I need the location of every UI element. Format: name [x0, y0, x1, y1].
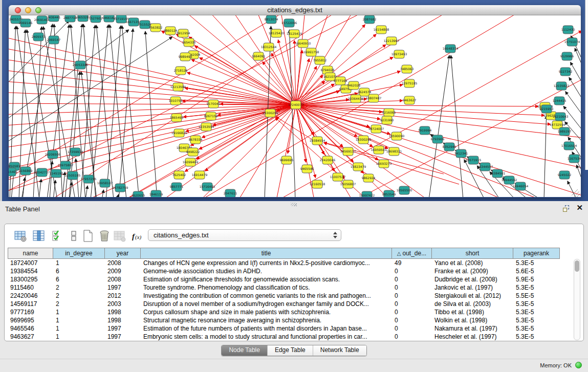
graph-node[interactable]: 10973493	[391, 50, 407, 58]
graph-node[interactable]: 1010755	[169, 97, 183, 105]
graph-node[interactable]: 2069146	[19, 19, 33, 27]
graph-node[interactable]: 10975887	[58, 161, 74, 169]
table-row[interactable]: 1872400712008Changes of HCN gene express…	[8, 259, 560, 267]
graph-node[interactable]: 7625402	[172, 171, 186, 179]
graph-node[interactable]: 7563822	[149, 24, 163, 32]
table-row[interactable]: 1456911722003Disruption of a novel membe…	[8, 300, 560, 308]
graph-node[interactable]: 9860124	[164, 27, 178, 35]
graph-node[interactable]: 18312544	[261, 43, 277, 51]
table-row[interactable]: 969969511998Structural magnetic resonanc…	[8, 316, 560, 324]
network-canvas[interactable]: 2405572206914620691406243644124877191065…	[9, 15, 581, 197]
table-scrollbar[interactable]	[574, 259, 580, 340]
table-select-dropdown[interactable]: citations_edges.txt	[148, 229, 341, 241]
graph-node[interactable]: 18698331	[386, 147, 402, 156]
graph-node[interactable]: 16693273	[376, 160, 392, 168]
graph-node[interactable]: 7955812	[313, 56, 327, 64]
graph-node[interactable]: 9862924	[362, 174, 376, 182]
graph-node[interactable]: 5912954	[177, 29, 190, 37]
graph-node[interactable]: 1846119	[149, 190, 163, 197]
graph-node[interactable]: 7919994	[418, 126, 432, 135]
column-header-out_de[interactable]: △out_de...	[392, 248, 432, 259]
graph-node[interactable]: 8352945	[443, 143, 456, 151]
graph-node[interactable]: 1865493	[170, 114, 184, 122]
column-header-in_degree[interactable]: in_degree	[53, 248, 105, 259]
graph-node[interactable]: 15716485	[200, 183, 215, 191]
graph-node[interactable]: 10565500	[397, 186, 412, 194]
graph-node[interactable]: 8678334	[189, 136, 203, 144]
tab-node-table[interactable]: Node Table	[222, 345, 267, 356]
graph-node[interactable]: 18125419	[287, 30, 302, 38]
graph-node[interactable]: 2405573	[32, 33, 46, 41]
graph-node[interactable]: 1156869	[19, 167, 33, 175]
graph-node[interactable]: 6793906	[431, 135, 445, 143]
graph-node[interactable]: 1167534	[568, 155, 581, 163]
float-panel-icon[interactable]	[562, 205, 571, 213]
graph-node[interactable]: 1527602	[89, 15, 103, 23]
column-header-year[interactable]: year	[105, 248, 141, 259]
graph-node[interactable]: 14997422	[359, 191, 375, 197]
graph-node[interactable]: 9231990	[380, 116, 394, 124]
graph-node[interactable]: 2047611	[224, 189, 237, 197]
graph-node[interactable]: 12213589	[170, 83, 186, 91]
graph-node[interactable]: 9129966	[560, 52, 574, 60]
graph-node[interactable]: 2436441	[47, 15, 61, 21]
show-columns-icon[interactable]	[32, 229, 46, 243]
graph-node[interactable]: 7462026	[347, 81, 361, 90]
table-row[interactable]: 946554611997Estimation of the future num…	[8, 324, 560, 333]
graph-node[interactable]: 22420046	[320, 156, 336, 164]
graph-node[interactable]: 8267150	[204, 112, 218, 120]
graph-node[interactable]: 1112430	[561, 26, 575, 34]
graph-node[interactable]: 15823479	[351, 163, 366, 171]
graph-node[interactable]: 9857771	[170, 183, 184, 191]
graph-node[interactable]: 2087682	[363, 15, 377, 24]
graph-node[interactable]: 9699695	[280, 156, 294, 164]
graph-node[interactable]: 12975185	[402, 79, 418, 87]
graph-node[interactable]: 2718126	[174, 67, 188, 75]
graph-node[interactable]: 9170041	[207, 100, 221, 108]
network-window-titlebar[interactable]: citations_edges.txt	[9, 5, 581, 15]
graph-node[interactable]: 1654335	[182, 38, 196, 47]
graph-node[interactable]: 9245022	[558, 171, 572, 179]
table-row[interactable]: 1830029562008Estimation of significance …	[8, 275, 560, 283]
graph-node[interactable]: 8215953	[540, 105, 554, 113]
graph-node[interactable]: 6216065	[382, 108, 396, 117]
graph-node[interactable]: 8813074	[265, 15, 278, 24]
tab-network-table[interactable]: Network Table	[313, 345, 366, 356]
graph-node[interactable]: 16640910	[295, 39, 311, 48]
function-builder-icon[interactable]: f (x)	[130, 229, 144, 243]
graph-node[interactable]: 16154808	[374, 26, 389, 34]
graph-node[interactable]: 16782759	[113, 184, 128, 192]
graph-node[interactable]: 15722096	[281, 19, 297, 27]
toggle-panel-icon[interactable]	[67, 229, 80, 243]
graph-node[interactable]: 9463627	[403, 96, 417, 104]
graph-node[interactable]: 2069147	[47, 36, 61, 44]
new-column-icon[interactable]	[81, 229, 95, 243]
graph-node[interactable]: 12213967	[384, 37, 400, 45]
tab-edge-table[interactable]: Edge Table	[267, 345, 313, 356]
graph-node[interactable]: 18300295	[356, 136, 372, 144]
graph-node[interactable]: 19166825	[171, 129, 187, 137]
table-mode-icon[interactable]	[14, 229, 27, 243]
graph-node[interactable]: 1989297	[558, 127, 572, 136]
column-header-title[interactable]: title	[141, 248, 392, 259]
select-rows-icon[interactable]	[51, 229, 64, 243]
close-window-icon[interactable]	[15, 7, 21, 13]
table-row[interactable]: 977716911998Corpus callosum shape and si…	[8, 308, 560, 316]
graph-node[interactable]: 15056807	[340, 180, 356, 188]
graph-node[interactable]: 9989493	[179, 53, 192, 61]
table-row[interactable]: 911546021997Tourette syndrome. Phenomeno…	[8, 283, 560, 292]
graph-node[interactable]: 2620655	[132, 191, 145, 197]
graph-node[interactable]: 9227342	[559, 68, 573, 76]
graph-node[interactable]: 1244415	[553, 97, 567, 105]
graph-node[interactable]: 16961758	[303, 48, 319, 56]
graph-node[interactable]: 11007537	[330, 173, 346, 181]
graph-node[interactable]: 1664091	[252, 52, 266, 60]
citation-graph[interactable]: 2405572206914620691406243644124877191065…	[9, 15, 581, 197]
graph-node[interactable]: 10958107	[97, 179, 113, 187]
table-row[interactable]: 946362711997Embryonic stem cells: a mode…	[8, 333, 560, 341]
splitter-handle[interactable]	[291, 203, 297, 206]
graph-node[interactable]: 9498222	[186, 148, 200, 156]
graph-node[interactable]: 17016504	[561, 142, 577, 150]
minimize-window-icon[interactable]	[25, 7, 31, 13]
graph-node[interactable]: 16648374	[443, 45, 459, 53]
